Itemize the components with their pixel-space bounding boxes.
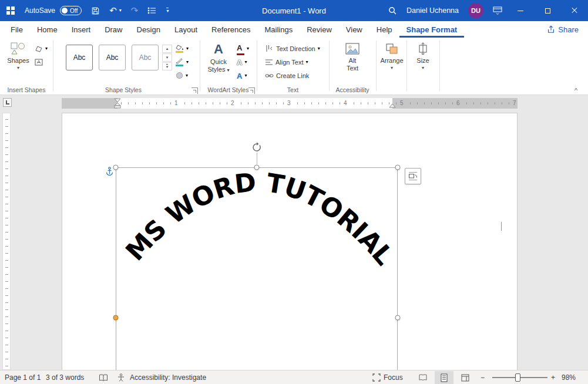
tab-design[interactable]: Design xyxy=(130,21,167,38)
undo-button[interactable]: ↶▾ xyxy=(105,0,126,21)
quick-styles-button[interactable]: A Quick Styles ▾ xyxy=(204,39,233,85)
tab-review[interactable]: Review xyxy=(300,21,339,38)
text-outline-button[interactable]: A ▾ xyxy=(235,56,248,68)
user-name[interactable]: Daniel Uchenna xyxy=(402,0,463,21)
ribbon-display-options-button[interactable] xyxy=(488,0,507,21)
chevron-down-icon: ▾ xyxy=(186,73,188,78)
chevron-down-icon: ▾ xyxy=(186,46,189,51)
read-mode-button[interactable] xyxy=(414,371,432,384)
tab-view[interactable]: View xyxy=(339,21,369,38)
rotate-handle-icon[interactable] xyxy=(251,142,262,153)
tab-file[interactable]: File xyxy=(4,21,30,38)
shapes-button[interactable]: Shapes ▾ xyxy=(5,39,32,85)
page-indicator[interactable]: Page 1 of 1 xyxy=(5,370,41,384)
shape-style-preset-1[interactable]: Abc xyxy=(66,45,93,70)
shape-fill-button[interactable]: ▾ xyxy=(174,42,190,55)
gallery-scroll-down-button[interactable]: ▾ xyxy=(162,53,172,62)
word-count[interactable]: 3 of 3 words xyxy=(46,370,84,384)
collapse-ribbon-button[interactable]: ^ xyxy=(574,87,577,94)
gallery-scroll-up-button[interactable]: ▴ xyxy=(162,45,172,53)
redo-button[interactable]: ↷ xyxy=(126,0,143,21)
horizontal-ruler[interactable]: 1234567 xyxy=(62,98,518,109)
read-mode-icon xyxy=(418,374,428,381)
document-area[interactable]: 1234567 MS WORD TUTORIAL xyxy=(0,95,588,370)
tab-insert[interactable]: Insert xyxy=(65,21,98,38)
tab-help[interactable]: Help xyxy=(369,21,399,38)
layout-options-button[interactable] xyxy=(405,168,421,184)
shape-effects-icon xyxy=(176,72,183,79)
title-bar: AutoSave Off ↶▾ ↷ ▾ Document1 - Word Dan… xyxy=(0,0,588,21)
word-app-icon[interactable] xyxy=(0,0,20,21)
left-indent-marker[interactable] xyxy=(114,103,121,109)
text-direction-button[interactable]: Text Direction ▾ xyxy=(263,42,322,55)
resize-handle-top-right[interactable] xyxy=(395,165,401,170)
proofing-button[interactable] xyxy=(99,370,108,384)
text-box-button[interactable] xyxy=(33,56,45,68)
share-button[interactable]: Share xyxy=(537,21,588,38)
edit-shape-button[interactable]: ▾ xyxy=(33,42,49,55)
wordart-selection-box[interactable] xyxy=(116,167,398,370)
chevron-down-icon: ▾ xyxy=(244,60,247,65)
resize-handle-middle-right[interactable] xyxy=(395,315,401,321)
chevron-down-icon: ▾ xyxy=(422,66,424,70)
web-layout-button[interactable] xyxy=(456,371,475,384)
focus-icon xyxy=(372,373,381,382)
arrange-button[interactable]: Arrange ▾ xyxy=(378,39,405,85)
anchor-icon xyxy=(106,167,113,176)
maximize-icon xyxy=(545,8,550,14)
zoom-level[interactable]: 98% xyxy=(562,370,576,384)
vertical-ruler[interactable] xyxy=(2,113,11,370)
first-line-indent-marker[interactable] xyxy=(114,98,121,103)
tab-home[interactable]: Home xyxy=(30,21,65,38)
shape-style-preset-2[interactable]: Abc xyxy=(99,45,126,70)
shape-outline-button[interactable]: ▾ xyxy=(174,56,190,68)
save-button[interactable] xyxy=(86,0,105,21)
focus-button[interactable]: Focus xyxy=(372,370,403,384)
gallery-more-button[interactable]: ▾ xyxy=(162,62,172,70)
quick-access-list-button[interactable] xyxy=(143,0,162,21)
shape-style-preset-3[interactable]: Abc xyxy=(132,45,159,70)
resize-handle-top-center[interactable] xyxy=(254,165,260,170)
ribbon-options-icon xyxy=(493,6,502,15)
size-button[interactable]: Size ▾ xyxy=(410,39,436,85)
tab-layout[interactable]: Layout xyxy=(167,21,204,38)
autosave-toggle[interactable]: AutoSave Off xyxy=(20,0,86,21)
close-button[interactable] xyxy=(561,0,588,21)
text-effects-button[interactable]: A ▾ xyxy=(235,69,248,82)
text-box-icon xyxy=(35,59,43,66)
maximize-button[interactable] xyxy=(534,0,561,21)
size-icon xyxy=(416,42,429,55)
minimize-button[interactable] xyxy=(507,0,534,21)
zoom-in-button[interactable]: + xyxy=(551,370,555,384)
group-label-insert-shapes: Insert Shapes xyxy=(0,86,53,93)
accessibility-button[interactable]: Accessibility: Investigate xyxy=(117,370,206,384)
shape-outline-icon xyxy=(176,58,184,66)
alt-text-icon xyxy=(345,42,360,55)
shape-effects-button[interactable]: ▾ xyxy=(174,69,190,82)
print-layout-button[interactable] xyxy=(435,371,453,384)
text-fill-button[interactable]: A ▾ xyxy=(235,42,251,55)
tab-stop-selector[interactable] xyxy=(3,98,12,107)
avatar[interactable]: DU xyxy=(468,3,483,18)
chevron-down-icon: ▾ xyxy=(227,68,230,73)
zoom-slider-thumb[interactable] xyxy=(515,373,520,382)
tab-draw[interactable]: Draw xyxy=(98,21,129,38)
chevron-down-icon: ▾ xyxy=(244,73,247,78)
tab-shape-format[interactable]: Shape Format xyxy=(399,21,465,38)
status-bar: Page 1 of 1 3 of 3 words Accessibility: … xyxy=(0,370,588,384)
resize-handle-top-left[interactable] xyxy=(113,165,119,170)
tab-references[interactable]: References xyxy=(204,21,257,38)
align-text-button[interactable]: Align Text ▾ xyxy=(263,56,310,68)
create-link-button[interactable]: Create Link xyxy=(263,69,311,82)
zoom-out-button[interactable]: − xyxy=(481,370,485,384)
wordart-styles-dialog-launcher-icon[interactable] xyxy=(248,87,255,94)
customize-quick-access-button[interactable]: ▾ xyxy=(162,0,173,21)
search-button[interactable] xyxy=(383,0,402,21)
tab-mailings[interactable]: Mailings xyxy=(258,21,300,38)
right-indent-marker[interactable] xyxy=(389,103,396,109)
chevron-down-icon: ▾ xyxy=(391,66,393,70)
undo-icon: ↶ xyxy=(109,5,117,16)
adjustment-handle[interactable] xyxy=(113,315,119,321)
alt-text-button[interactable]: Alt Text xyxy=(338,39,367,85)
shape-styles-dialog-launcher-icon[interactable] xyxy=(191,87,198,94)
